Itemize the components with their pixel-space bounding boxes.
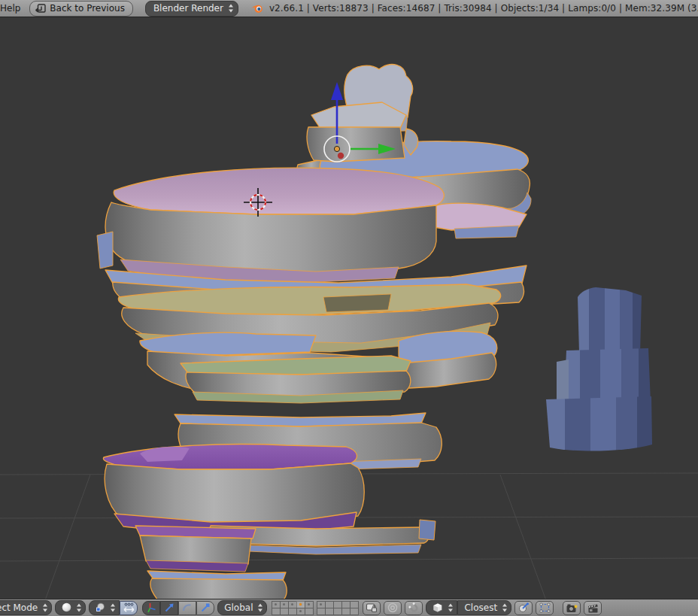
layers-group-1[interactable] — [272, 601, 313, 614]
info-header: Help Back to Previous Blender Render v2.… — [0, 0, 698, 17]
layer-cell-10[interactable] — [350, 608, 359, 615]
shading-solid-icon — [62, 602, 71, 612]
blueA-left-sliver — [97, 232, 113, 269]
pivot-median-icon — [96, 602, 105, 612]
tower-tier-top — [578, 287, 642, 354]
back-to-previous-label: Back to Previous — [50, 3, 125, 14]
tower-tier-middle — [564, 348, 651, 404]
snap-peel-icon — [539, 602, 551, 613]
snap-normal-icon — [518, 602, 530, 613]
blender-logo-icon — [250, 2, 263, 15]
camera-render-icon — [566, 602, 578, 614]
snap-volume-icon — [432, 602, 443, 613]
transform-orientation-select[interactable]: Global — [217, 600, 267, 615]
snap-element-select[interactable] — [426, 600, 457, 615]
magnet-icon — [408, 602, 420, 614]
scale-icon — [200, 602, 211, 613]
scene-lock-icon — [366, 602, 378, 613]
mode-select[interactable]: ect Mode — [0, 600, 52, 615]
render-engine-select[interactable]: Blender Render — [145, 1, 238, 17]
object-blue-tower[interactable] — [546, 287, 652, 451]
small-blue-piece — [419, 520, 435, 540]
khaki-notch — [323, 294, 391, 312]
manipulator-rotate-toggle[interactable] — [178, 601, 196, 615]
layers-widget[interactable] — [272, 601, 358, 614]
manipulate-centers-toggle[interactable] — [120, 601, 138, 615]
snap-peel-object-toggle[interactable] — [536, 601, 554, 615]
pivot-point-select[interactable] — [89, 600, 120, 615]
dropdown-arrows-icon — [110, 602, 116, 613]
object-contour-stack[interactable] — [97, 65, 531, 599]
snap-align-rotation-toggle[interactable] — [514, 601, 533, 615]
snap-target-select[interactable]: Closest — [457, 600, 511, 615]
dropdown-arrows-icon — [502, 602, 508, 613]
manipulator-scale-toggle[interactable] — [196, 601, 214, 615]
back-icon — [35, 4, 46, 13]
pink-top — [114, 168, 444, 214]
dropdown-arrows-icon — [76, 602, 82, 613]
manipulator-z-arrowhead[interactable] — [331, 82, 343, 100]
purple-small-side — [140, 536, 251, 564]
dropdown-arrows-icon — [228, 3, 234, 14]
tower-tier-bottom — [546, 396, 652, 451]
snap-target-value: Closest — [464, 602, 497, 613]
rotate-icon — [182, 602, 193, 613]
mode-select-value: ect Mode — [0, 602, 38, 613]
manipulator-axes-icon — [146, 602, 156, 613]
purple-side — [105, 463, 364, 523]
manipulator-translate-toggle[interactable] — [160, 601, 178, 615]
manipulator-toggle[interactable] — [142, 601, 160, 615]
blender-window: Help Back to Previous Blender Render v2.… — [0, 0, 698, 616]
lock-to-scene-toggle[interactable] — [363, 601, 381, 615]
manipulate-centers-icon — [123, 602, 135, 613]
layer-cell-10[interactable] — [305, 608, 314, 615]
viewport-header-bar: ect Mode — [0, 599, 698, 616]
layers-group-2[interactable] — [317, 601, 358, 614]
opengl-render-still-button[interactable] — [563, 601, 581, 615]
viewport-3d[interactable] — [0, 17, 698, 599]
transform-orientation-value: Global — [224, 602, 253, 613]
snap-toggle[interactable] — [405, 601, 423, 615]
translate-icon — [164, 602, 174, 613]
manipulator-origin-dot — [334, 146, 339, 151]
manipulator-x-axis-dot[interactable] — [338, 153, 344, 159]
tower-tier-middle-notch — [557, 360, 569, 404]
proportional-edit-select[interactable] — [384, 601, 402, 615]
bottom-piece-side — [150, 578, 287, 599]
dropdown-arrows-icon — [257, 602, 263, 613]
back-to-previous-button[interactable]: Back to Previous — [29, 1, 133, 17]
clapperboard-icon — [587, 602, 599, 614]
proportional-edit-icon — [387, 602, 398, 613]
knob-front-side — [307, 127, 405, 162]
viewport-shading-select[interactable] — [55, 600, 86, 615]
scene-statistics: v2.66.1 | Verts:18873 | Faces:14687 | Tr… — [269, 3, 698, 14]
opengl-render-animation-button[interactable] — [584, 601, 602, 615]
dropdown-arrows-icon — [448, 602, 454, 613]
menu-help[interactable]: Help — [0, 3, 23, 14]
render-engine-value: Blender Render — [153, 3, 223, 14]
dropdown-arrows-icon — [42, 602, 48, 613]
blueB-top-left — [140, 332, 316, 355]
